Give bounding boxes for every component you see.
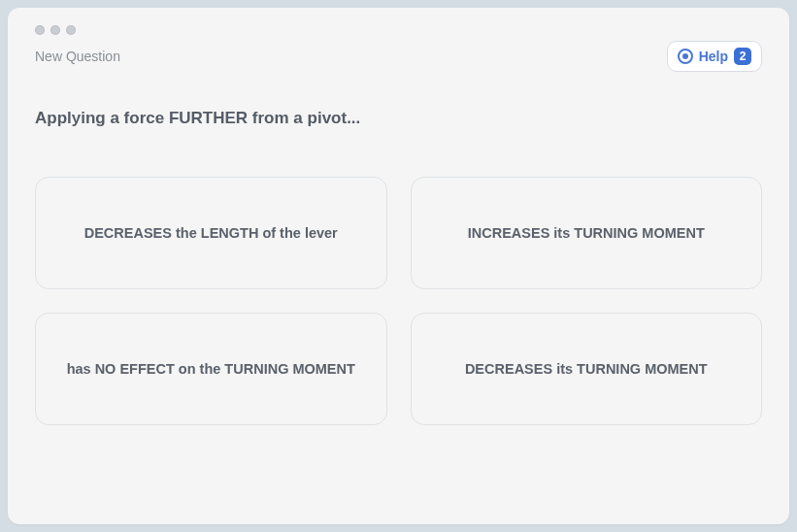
answer-option-2[interactable]: INCREASES its TURNING MOMENT xyxy=(411,177,763,289)
maximize-icon[interactable] xyxy=(66,25,76,35)
answer-label: DECREASES the LENGTH of the lever xyxy=(84,225,338,241)
answer-option-1[interactable]: DECREASES the LENGTH of the lever xyxy=(35,177,387,289)
answer-label: has NO EFFECT on the TURNING MOMENT xyxy=(67,361,355,377)
answer-label: INCREASES its TURNING MOMENT xyxy=(468,225,705,241)
close-icon[interactable] xyxy=(35,25,45,35)
answer-label: DECREASES its TURNING MOMENT xyxy=(465,361,708,377)
question-text: Applying a force FURTHER from a pivot... xyxy=(35,109,762,128)
answer-option-4[interactable]: DECREASES its TURNING MOMENT xyxy=(411,313,763,425)
window-controls xyxy=(35,25,762,35)
breadcrumb: New Question xyxy=(35,49,120,64)
header-row: New Question Help 2 xyxy=(35,41,762,72)
help-icon xyxy=(678,49,693,64)
help-label: Help xyxy=(699,49,728,64)
quiz-window: New Question Help 2 Applying a force FUR… xyxy=(8,8,789,524)
minimize-icon[interactable] xyxy=(50,25,60,35)
help-badge: 2 xyxy=(734,48,751,65)
answers-grid: DECREASES the LENGTH of the lever INCREA… xyxy=(35,177,762,425)
help-button[interactable]: Help 2 xyxy=(667,41,762,72)
answer-option-3[interactable]: has NO EFFECT on the TURNING MOMENT xyxy=(35,313,387,425)
